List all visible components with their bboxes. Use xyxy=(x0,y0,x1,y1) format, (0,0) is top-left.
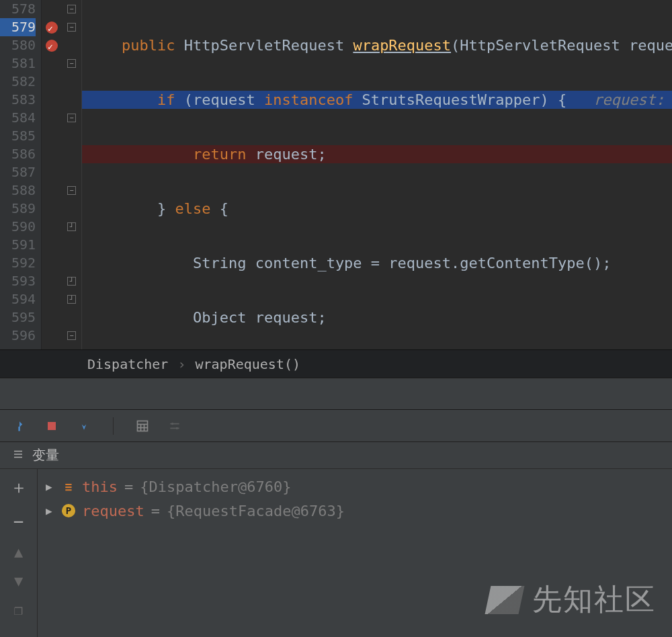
svg-point-7 xyxy=(171,423,173,425)
copy-icon[interactable]: ❐ xyxy=(14,601,23,618)
fold-end-icon[interactable]: ┘ xyxy=(67,295,76,304)
watermark: 先知社区 xyxy=(488,580,656,620)
line-number[interactable]: 586 xyxy=(0,145,36,163)
breakpoint-icon[interactable] xyxy=(46,22,58,34)
breakpoint-gutter[interactable] xyxy=(42,0,62,349)
line-number[interactable]: 596 xyxy=(0,327,36,345)
arrow-up-icon[interactable]: ▲ xyxy=(14,544,23,560)
variable-row[interactable]: ▶ ≡ this = {Dispatcher@6760} xyxy=(46,474,672,499)
fold-toggle-icon[interactable]: − xyxy=(67,23,76,32)
variable-row[interactable]: ▶ P request = {RequestFacade@6763} xyxy=(46,499,672,523)
line-number[interactable]: 593 xyxy=(0,272,36,290)
fold-toggle-icon[interactable]: − xyxy=(67,114,76,122)
fold-end-icon[interactable]: ┘ xyxy=(67,222,76,231)
svg-point-8 xyxy=(176,427,178,429)
svg-rect-1 xyxy=(48,422,56,430)
settings-icon[interactable] xyxy=(167,419,182,433)
variable-name: this xyxy=(82,478,118,495)
chevron-right-icon: › xyxy=(177,356,185,372)
breadcrumb-item[interactable]: Dispatcher xyxy=(87,356,168,372)
watermark-logo-icon xyxy=(485,586,525,614)
expand-arrow-icon[interactable]: ▶ xyxy=(46,480,55,493)
step-into-icon[interactable] xyxy=(77,419,91,433)
line-number-current[interactable]: 579 xyxy=(0,18,36,36)
execution-line[interactable]: if (request instanceof StrutsRequestWrap… xyxy=(82,91,672,109)
equals-sign: = xyxy=(124,478,133,495)
add-watch-icon[interactable]: ＋ xyxy=(10,476,28,499)
menu-icon[interactable] xyxy=(12,448,24,464)
rerun-icon[interactable] xyxy=(12,419,27,433)
line-number[interactable]: 578 xyxy=(0,0,36,18)
expand-arrow-icon[interactable]: ▶ xyxy=(46,505,55,517)
toolbar-separator xyxy=(113,417,114,435)
variable-name: request xyxy=(82,503,144,519)
field-group-icon: ≡ xyxy=(62,480,75,493)
parameter-icon: P xyxy=(62,504,75,517)
line-number[interactable]: 591 xyxy=(0,236,36,254)
remove-watch-icon[interactable]: − xyxy=(13,511,24,532)
code-content[interactable]: public HttpServletRequest wrapRequest(Ht… xyxy=(82,0,672,349)
line-number[interactable]: 594 xyxy=(0,290,36,308)
variables-panel-header[interactable]: 变量 xyxy=(0,442,672,469)
line-number[interactable]: 585 xyxy=(0,127,36,145)
fold-toggle-icon[interactable]: − xyxy=(67,331,76,340)
line-number[interactable]: 589 xyxy=(0,200,36,218)
breadcrumb[interactable]: Dispatcher › wrapRequest() xyxy=(0,349,672,378)
line-number[interactable]: 584 xyxy=(0,109,36,127)
breakpoint-icon[interactable] xyxy=(46,40,58,52)
code-editor[interactable]: 578 579 580 581 582 583 584 585 586 587 … xyxy=(0,0,672,349)
line-number[interactable]: 582 xyxy=(0,73,36,91)
fold-toggle-icon[interactable]: − xyxy=(67,186,76,195)
equals-sign: = xyxy=(151,503,160,519)
fold-toggle-icon[interactable]: − xyxy=(67,59,76,68)
breadcrumb-item[interactable]: wrapRequest() xyxy=(195,356,300,372)
line-number[interactable]: 583 xyxy=(0,91,36,109)
fold-gutter[interactable]: − − − − − ┘ ┘ ┘ − xyxy=(62,0,82,349)
variable-value: {RequestFacade@6763} xyxy=(167,503,345,519)
line-number[interactable]: 595 xyxy=(0,308,36,327)
panel-divider[interactable] xyxy=(0,378,672,410)
fold-end-icon[interactable]: ┘ xyxy=(67,277,76,286)
svg-rect-2 xyxy=(138,421,148,431)
line-number[interactable]: 587 xyxy=(0,163,36,181)
breakpoint-line[interactable]: return request; xyxy=(82,145,672,163)
stop-icon[interactable] xyxy=(44,419,59,433)
variables-panel-title: 变量 xyxy=(32,446,59,464)
variable-value: {Dispatcher@6760} xyxy=(140,478,291,495)
inline-hint: request: R xyxy=(593,91,672,108)
variables-side-toolbar: ＋ − ▲ ▼ ❐ xyxy=(0,469,38,637)
fold-toggle-icon[interactable]: − xyxy=(67,5,76,13)
arrow-down-icon[interactable]: ▼ xyxy=(14,572,23,589)
line-number[interactable]: 581 xyxy=(0,54,36,73)
debug-toolbar xyxy=(0,410,672,442)
method-declaration[interactable]: wrapRequest xyxy=(353,37,451,54)
line-number-gutter[interactable]: 578 579 580 581 582 583 584 585 586 587 … xyxy=(0,0,42,349)
svg-rect-0 xyxy=(18,426,20,431)
watermark-text: 先知社区 xyxy=(532,580,656,620)
line-number[interactable]: 592 xyxy=(0,254,36,272)
line-number[interactable]: 580 xyxy=(0,36,36,54)
calculator-icon[interactable] xyxy=(135,419,150,433)
line-number[interactable]: 588 xyxy=(0,181,36,200)
line-number[interactable]: 590 xyxy=(0,218,36,236)
